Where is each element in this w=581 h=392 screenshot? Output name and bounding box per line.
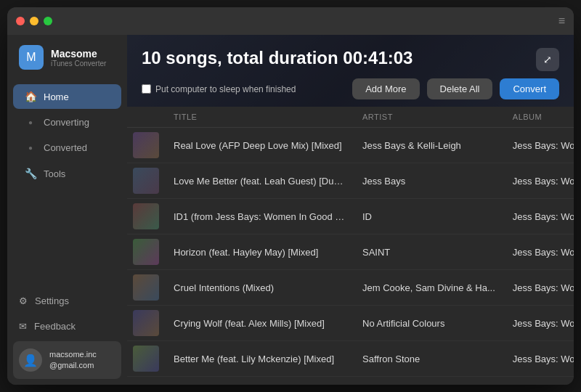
app-body: M Macsome iTunes Converter 🏠 Home ● Conv… xyxy=(7,35,574,385)
col-header-album: ALBUM xyxy=(504,107,574,128)
brand-subtitle: iTunes Converter xyxy=(51,60,106,68)
sidebar-label-settings: Settings xyxy=(35,295,69,306)
table-row[interactable]: Cruel Intentions (Mixed)Jem Cooke, Sam D… xyxy=(127,270,574,306)
sidebar-item-converted[interactable]: ● Converted xyxy=(13,136,121,160)
track-thumbnail xyxy=(133,168,159,194)
close-button[interactable] xyxy=(16,17,25,25)
main-content: 10 songs, total duration 00:41:03 ⤢ Put … xyxy=(127,35,574,385)
track-table: TITLE ARTIST ALBUM DURATION Real Love (A… xyxy=(127,107,574,377)
sidebar-label-home: Home xyxy=(44,91,69,102)
avatar: 👤 xyxy=(19,348,42,372)
track-artist: Jem Cooke, Sam Divine & Ha... xyxy=(354,270,504,306)
track-artist: Saffron Stone xyxy=(354,341,504,377)
track-title: Horizon (feat. Hayley May) [Mixed] xyxy=(165,234,354,270)
brand-name: Macsome xyxy=(51,48,106,60)
settings-icon: ⚙ xyxy=(19,295,28,306)
table-row[interactable]: Horizon (feat. Hayley May) [Mixed]SAINTJ… xyxy=(127,234,574,270)
main-toolbar: Put computer to sleep when finished Add … xyxy=(127,71,574,107)
track-thumb-cell xyxy=(127,128,165,163)
track-artist: Jess Bays xyxy=(354,163,504,199)
track-album: Jess Bays: Wom... xyxy=(504,270,574,306)
table-row[interactable]: Better Me (feat. Lily Mckenzie) [Mixed]S… xyxy=(127,341,574,377)
minimize-button[interactable] xyxy=(30,17,38,25)
track-title: Better Me (feat. Lily Mckenzie) [Mixed] xyxy=(165,341,354,377)
col-header-thumb xyxy=(127,107,165,128)
home-icon: 🏠 xyxy=(25,91,36,102)
track-album: Jess Bays: Wom... xyxy=(504,128,574,163)
track-thumb-cell xyxy=(127,199,165,234)
track-thumb-cell xyxy=(127,163,165,199)
sleep-checkbox-label[interactable]: Put computer to sleep when finished xyxy=(142,84,296,94)
track-artist: No Artificial Colours xyxy=(354,306,504,341)
sidebar-label-converted: Converted xyxy=(44,142,87,153)
track-thumbnail xyxy=(133,239,159,265)
track-thumbnail xyxy=(133,346,159,372)
track-list: TITLE ARTIST ALBUM DURATION Real Love (A… xyxy=(127,107,574,385)
user-email: macsome.inc @gmail.com xyxy=(49,349,97,372)
table-header-row: TITLE ARTIST ALBUM DURATION xyxy=(127,107,574,128)
thumbnail-art xyxy=(133,168,159,194)
sidebar-item-settings[interactable]: ⚙ Settings xyxy=(13,289,121,313)
track-title: Cruel Intentions (Mixed) xyxy=(165,270,354,306)
convert-button[interactable]: Convert xyxy=(500,78,559,99)
toolbar-buttons: Add More Delete All Convert xyxy=(352,78,559,99)
table-row[interactable]: Real Love (AFP Deep Love Mix) [Mixed]Jes… xyxy=(127,128,574,163)
table-row[interactable]: ID1 (from Jess Bays: Women In Good Co...… xyxy=(127,199,574,234)
table-row[interactable]: Love Me Better (feat. Leah Guest) [Dub M… xyxy=(127,163,574,199)
titlebar: ≡ xyxy=(7,7,574,35)
table-row[interactable]: Crying Wolf (feat. Alex Mills) [Mixed]No… xyxy=(127,306,574,341)
track-album: Jess Bays: Wom... xyxy=(504,163,574,199)
sleep-checkbox[interactable] xyxy=(142,84,151,94)
track-title: Love Me Better (feat. Leah Guest) [Dub M… xyxy=(165,163,354,199)
sidebar-item-converting[interactable]: ● Converting xyxy=(13,110,121,134)
maximize-button[interactable] xyxy=(44,17,52,25)
track-album: Jess Bays: Wom... xyxy=(504,341,574,377)
track-title: Crying Wolf (feat. Alex Mills) [Mixed] xyxy=(165,306,354,341)
tools-icon: 🔧 xyxy=(25,168,36,179)
sidebar-label-feedback: Feedback xyxy=(34,321,76,332)
track-thumbnail xyxy=(133,310,159,336)
sidebar: M Macsome iTunes Converter 🏠 Home ● Conv… xyxy=(7,35,127,385)
thumbnail-art xyxy=(133,239,159,265)
sleep-label: Put computer to sleep when finished xyxy=(155,84,296,94)
sidebar-item-feedback[interactable]: ✉ Feedback xyxy=(13,314,121,338)
app-window: ≡ M Macsome iTunes Converter 🏠 Home ● Co… xyxy=(7,7,574,385)
track-artist: Jess Bays & Kelli-Leigh xyxy=(354,128,504,163)
traffic-lights xyxy=(16,17,52,25)
add-more-button[interactable]: Add More xyxy=(352,78,419,99)
col-header-title: TITLE xyxy=(165,107,354,128)
thumbnail-art xyxy=(133,310,159,336)
track-thumb-cell xyxy=(127,270,165,306)
track-album: Jess Bays: Wom... xyxy=(504,306,574,341)
user-card[interactable]: 👤 macsome.inc @gmail.com xyxy=(13,341,121,379)
sidebar-bottom: ⚙ Settings ✉ Feedback 👤 macsome.inc @gma… xyxy=(7,282,127,385)
track-thumb-cell xyxy=(127,341,165,377)
converted-icon: ● xyxy=(25,144,36,152)
sidebar-item-tools[interactable]: 🔧 Tools xyxy=(13,161,121,186)
thumbnail-art xyxy=(133,346,159,372)
track-thumbnail xyxy=(133,132,159,158)
converting-icon: ● xyxy=(25,118,36,126)
track-artist: ID xyxy=(354,199,504,234)
sidebar-label-tools: Tools xyxy=(44,168,65,179)
sidebar-label-converting: Converting xyxy=(44,117,89,128)
brand: M Macsome iTunes Converter xyxy=(7,35,127,80)
track-title: Real Love (AFP Deep Love Mix) [Mixed] xyxy=(165,128,354,163)
export-button[interactable]: ⤢ xyxy=(536,48,559,71)
brand-text: Macsome iTunes Converter xyxy=(51,48,106,68)
track-thumb-cell xyxy=(127,234,165,270)
track-album: Jess Bays: Wom... xyxy=(504,234,574,270)
thumbnail-art xyxy=(133,132,159,158)
delete-all-button[interactable]: Delete All xyxy=(427,78,493,99)
track-thumb-cell xyxy=(127,306,165,341)
track-album: Jess Bays: Wom... xyxy=(504,199,574,234)
track-thumbnail xyxy=(133,203,159,229)
thumbnail-art xyxy=(133,203,159,229)
feedback-icon: ✉ xyxy=(19,321,27,332)
track-thumbnail xyxy=(133,274,159,301)
sidebar-nav: 🏠 Home ● Converting ● Converted 🔧 Tools xyxy=(7,80,127,282)
sidebar-item-home[interactable]: 🏠 Home xyxy=(13,84,121,109)
menu-icon[interactable]: ≡ xyxy=(558,15,565,28)
track-artist: SAINT xyxy=(354,234,504,270)
thumbnail-art xyxy=(133,274,159,301)
